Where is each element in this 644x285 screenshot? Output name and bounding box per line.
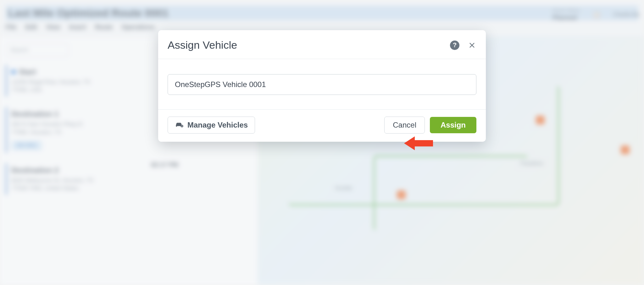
vehicle-gear-icon	[175, 121, 184, 129]
modal-footer: Manage Vehicles Cancel Assign	[158, 109, 486, 142]
help-icon[interactable]: ?	[450, 41, 459, 50]
assign-vehicle-modal: Assign Vehicle ? Manage Vehicl	[158, 30, 486, 142]
cancel-button[interactable]: Cancel	[384, 117, 425, 134]
close-icon[interactable]	[468, 41, 476, 50]
vehicle-input[interactable]	[168, 74, 476, 95]
modal-overlay: Assign Vehicle ? Manage Vehicl	[0, 0, 644, 285]
svg-point-3	[181, 126, 182, 127]
modal-body	[158, 59, 486, 109]
modal-title: Assign Vehicle	[168, 39, 450, 51]
manage-vehicles-label: Manage Vehicles	[187, 121, 248, 129]
assign-button[interactable]: Assign	[430, 117, 476, 133]
modal-header: Assign Vehicle ?	[158, 30, 486, 59]
manage-vehicles-button[interactable]: Manage Vehicles	[168, 117, 255, 134]
